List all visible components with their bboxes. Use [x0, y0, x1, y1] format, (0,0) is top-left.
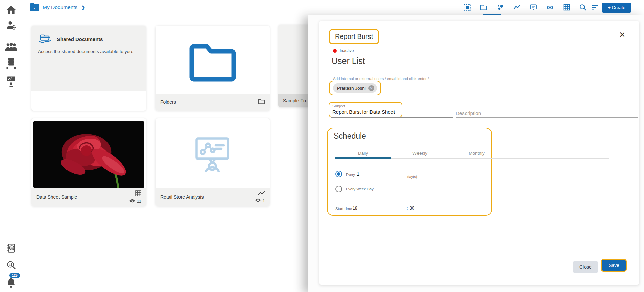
card-title: Shared Documents [57, 36, 103, 42]
breadcrumb-label[interactable]: My Documents [43, 4, 77, 10]
views-count: 1 [263, 198, 265, 203]
subject-input[interactable]: Report Burst for Data Sheet [332, 109, 402, 115]
views-eye-icon [129, 199, 135, 204]
weekday-label: Every Week Day [346, 187, 374, 191]
active-view-indicator [483, 14, 501, 15]
rose-thumbnail-image [33, 121, 144, 188]
every-days-input[interactable]: 1 [357, 171, 359, 177]
sort-filter-icon[interactable] [591, 4, 599, 11]
big-folder-icon [188, 43, 237, 83]
breadcrumb-folder-icon: ⌄ [30, 4, 39, 11]
every-days-radio[interactable] [335, 171, 342, 177]
folder-type-icon [258, 99, 265, 106]
bubble-chart-icon[interactable] [496, 3, 504, 11]
every-weekday-radio[interactable] [335, 186, 342, 192]
tab-active-indicator [335, 157, 391, 159]
data-search-icon[interactable] [6, 260, 16, 271]
dashboard-view-icon[interactable] [463, 3, 471, 11]
card-footer: Retail Store Analysis 1 [156, 188, 270, 206]
card-title: Data Sheet Sample [36, 194, 77, 200]
status-dot-icon [333, 49, 337, 53]
report-burst-panel: Report Burst ✕ Inactive User List Add in… [319, 21, 639, 285]
data-sheet-sample-card[interactable]: Data Sheet Sample 11 [31, 118, 146, 206]
every-days-underline [356, 180, 406, 180]
data-log-search-icon[interactable] [6, 243, 16, 254]
users-field-label: Add internal or external users / email i… [333, 77, 429, 81]
table-view-icon[interactable] [563, 3, 571, 11]
subject-underline [331, 117, 453, 118]
description-input[interactable]: Description [456, 110, 481, 116]
views-eye-icon [255, 198, 261, 203]
card-footer: Data Sheet Sample 11 [31, 188, 146, 206]
close-button[interactable]: Close [573, 261, 598, 273]
top-bar: ⌄ My Documents ❯ [22, 0, 644, 15]
card-title: Folders [160, 99, 176, 105]
shared-documents-icon [38, 33, 52, 45]
card-description: Access the shared documents available to… [38, 48, 138, 55]
view-toolbar: + Create [463, 0, 631, 15]
user-chip-highlight-box: Prakash Joshi ✕ [329, 81, 381, 95]
card-title: Retail Store Analysis [160, 194, 204, 200]
home-icon[interactable] [6, 5, 16, 16]
tab-weekly[interactable]: Weekly [391, 151, 448, 156]
datasheet-type-icon [135, 190, 141, 198]
tab-daily[interactable]: Daily [335, 151, 391, 156]
views-count: 11 [137, 199, 142, 204]
notifications-bell-icon[interactable] [6, 277, 16, 288]
close-icon[interactable]: ✕ [619, 31, 625, 39]
schedule-title: Schedule [334, 131, 366, 141]
user-settings-icon[interactable] [6, 20, 16, 31]
report-name: User List [332, 56, 365, 66]
tab-monthly[interactable]: Monthly [448, 151, 505, 156]
start-time-label: Start time [335, 206, 352, 211]
folders-view-icon[interactable] [480, 3, 488, 11]
days-suffix-label: day(s) [407, 175, 417, 179]
breadcrumb-chevron-icon: ❯ [81, 5, 85, 10]
folders-card[interactable]: Folders [156, 26, 270, 111]
presentation-person-icon [195, 137, 229, 172]
status-row: Inactive [333, 48, 354, 53]
presentation-user-icon[interactable] [6, 76, 16, 87]
groups-icon[interactable] [5, 43, 17, 53]
toolbar-divider [575, 4, 575, 11]
card-footer: Folders [156, 94, 270, 111]
line-chart-view-icon[interactable] [513, 3, 521, 11]
data-source-icon[interactable] [6, 58, 16, 69]
shared-documents-card[interactable]: Shared Documents Access the shared docum… [31, 26, 146, 111]
status-label: Inactive [340, 48, 354, 53]
users-input-underline[interactable] [333, 97, 638, 97]
every-label: Every [346, 173, 355, 177]
start-minute-input[interactable]: 30 [410, 206, 414, 211]
create-button[interactable]: + Create [602, 3, 631, 13]
search-icon[interactable] [579, 4, 587, 11]
presentation-list-icon[interactable] [529, 3, 538, 11]
retail-store-analysis-card[interactable]: Retail Store Analysis 1 [156, 118, 270, 206]
left-sidebar: 125 [0, 0, 22, 292]
chip-remove-icon[interactable]: ✕ [368, 85, 374, 91]
start-hour-input[interactable]: 18 [353, 206, 357, 211]
schedule-highlight-box [327, 128, 492, 216]
user-chip-label: Prakash Joshi [337, 86, 366, 91]
description-underline [456, 117, 638, 118]
save-button[interactable]: Save [601, 259, 627, 272]
start-hour-underline [353, 213, 403, 213]
notification-count-badge[interactable]: 125 [9, 273, 20, 278]
breadcrumb[interactable]: ⌄ My Documents ❯ [30, 0, 85, 15]
time-colon: : [407, 206, 408, 211]
app-root: 125 ⌄ My Documents ❯ [0, 0, 644, 292]
card-title: Sample Fo [283, 98, 306, 103]
subject-highlight-box: Subject Report Burst for Data Sheet [329, 102, 402, 118]
chart-type-icon [258, 191, 265, 197]
start-minute-underline [410, 213, 454, 213]
card-footer [31, 91, 146, 111]
subject-label: Subject [332, 104, 402, 108]
report-burst-drawer: Report Burst ✕ Inactive User List Add in… [308, 15, 644, 292]
panel-title: Report Burst [329, 29, 379, 44]
user-chip[interactable]: Prakash Joshi ✕ [333, 83, 377, 93]
link-icon[interactable] [546, 3, 554, 11]
